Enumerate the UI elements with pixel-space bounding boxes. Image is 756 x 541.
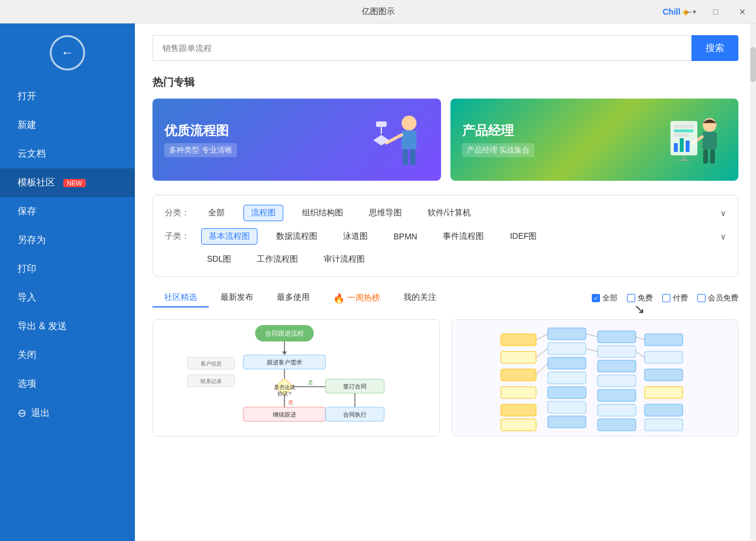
sort-follow[interactable]: 我的关注 [392,289,448,307]
svg-rect-51 [501,404,536,416]
svg-rect-70 [645,387,683,398]
sub-audit[interactable]: 审计流程图 [317,252,372,267]
window-scrollbar[interactable] [750,23,756,541]
svg-rect-11 [703,149,708,164]
category-mindmap[interactable]: 思维导图 [362,205,409,221]
sidebar-item-template[interactable]: 模板社区 NEW [0,168,135,197]
checkbox-free-box [627,294,635,302]
template-grid: 合同跟进流程 跟进客户需求 是否达成 协议? 是 [152,319,738,437]
category-expand[interactable]: ∨ [720,208,726,218]
category-software[interactable]: 软件/计算机 [421,205,478,221]
sidebar-item-label: 退出 [31,407,50,420]
title-bar: 亿图图示 Chill ◆ ▼ ─ □ ✕ [0,0,756,23]
svg-line-74 [536,349,548,357]
category-org[interactable]: 组织结构图 [295,205,350,221]
svg-rect-4 [410,149,415,165]
sidebar-item-import[interactable]: 导入 [0,283,135,312]
svg-line-75 [536,363,548,375]
svg-rect-58 [548,401,586,413]
svg-rect-60 [598,331,636,343]
sub-basic[interactable]: 基本流程图 [201,228,257,245]
category-flowchart[interactable]: 流程图 [243,205,283,221]
sort-hot[interactable]: 🔥 一周热榜 [321,289,392,307]
back-button[interactable]: ← [50,35,85,70]
template-card-1[interactable]: 合同跟进流程 跟进客户需求 是否达成 协议? 是 [152,319,440,437]
sub-bpmn[interactable]: BPMN [387,229,424,244]
sidebar-item-close[interactable]: 关闭 [0,341,135,370]
svg-text:否: 否 [288,400,293,405]
svg-text:是否达成: 是否达成 [274,384,295,390]
svg-text:签订合同: 签订合同 [343,383,367,390]
svg-rect-67 [645,334,683,346]
sidebar-item-label: 云文档 [18,148,46,160]
svg-rect-69 [645,369,683,381]
template-card-2[interactable] [452,319,739,437]
checkbox-member-box [697,294,706,302]
filter-checkboxes: ✓ 全部 免费 付费 会员免费 [592,293,738,303]
svg-rect-52 [501,419,536,431]
sub-idef[interactable]: IDEF图 [503,229,544,244]
banner-product[interactable]: 产品经理 产品经理 实战集合 [450,99,739,181]
sub-sdl[interactable]: SDL图 [200,252,238,267]
svg-rect-65 [598,404,636,416]
svg-rect-1 [401,131,416,150]
sidebar-item-label: 选项 [18,378,36,390]
title-bar-controls: ─ □ ✕ [675,0,756,23]
svg-line-79 [636,351,645,357]
search-button[interactable]: 搜索 [691,35,738,61]
sub-data[interactable]: 数据流程图 [269,229,324,244]
sidebar-item-new[interactable]: 新建 [0,111,135,140]
subcategory-expand[interactable]: ∨ [720,232,726,241]
flame-icon: 🔥 [333,293,345,304]
banner-flowchart[interactable]: 优质流程图 多种类型 专业清晰 [152,99,441,181]
category-row: 分类： 全部 流程图 组织结构图 思维导图 软件/计算机 ∨ [165,205,726,221]
subcategory-row-2: SDL图 工作流程图 审计流程图 [165,252,726,267]
category-all[interactable]: 全部 [201,205,232,221]
svg-rect-16 [686,141,690,152]
svg-rect-47 [501,334,536,346]
sidebar-item-print[interactable]: 打印 [0,255,135,283]
sub-swim[interactable]: 泳道图 [336,229,375,244]
svg-rect-3 [402,149,408,165]
chevron-down-icon: ∨ [720,208,726,218]
sidebar-item-options[interactable]: 选项 [0,370,135,398]
svg-rect-59 [548,416,586,428]
sidebar-item-export[interactable]: 导出 & 发送 [0,312,135,341]
sub-work[interactable]: 工作流程图 [250,252,305,267]
exit-icon: ⊖ [18,407,26,420]
checkbox-paid[interactable]: 付费 [662,293,688,303]
template-card-2-content [452,320,738,436]
svg-rect-71 [645,404,683,416]
check-icon: ✓ [594,295,598,302]
svg-line-78 [636,337,645,340]
main-content: 搜索 热门专辑 优质流程图 多种类型 专业清晰 [135,23,756,541]
sort-latest[interactable]: 最新发布 [209,289,265,307]
sidebar-item-saveas[interactable]: 另存为 [0,226,135,255]
sidebar-item-label: 保存 [18,205,36,218]
sidebar-item-label: 导入 [18,292,36,304]
new-badge: NEW [63,179,86,187]
minimize-button[interactable]: ─ [675,0,702,23]
sidebar-item-open[interactable]: 打开 [0,82,135,111]
svg-point-0 [401,116,416,130]
scrollbar-thumb[interactable] [750,47,756,82]
search-input[interactable] [152,35,691,61]
maximize-button[interactable]: □ [702,0,729,23]
checkbox-all[interactable]: ✓ 全部 [592,293,618,303]
svg-rect-55 [548,357,586,369]
sidebar-item-save[interactable]: 保存 [0,197,135,226]
svg-rect-57 [548,387,586,398]
close-button[interactable]: ✕ [729,0,756,23]
banners: 优质流程图 多种类型 专业清晰 [152,99,738,181]
checkbox-member[interactable]: 会员免费 [697,293,738,303]
chevron-down-icon: ∨ [720,232,726,241]
sort-most[interactable]: 最多使用 [265,289,321,307]
sub-event[interactable]: 事件流程图 [436,229,491,244]
sidebar-item-label: 导出 & 发送 [18,320,67,333]
sort-hot-label: 一周热榜 [347,293,380,303]
sidebar-item-cloud[interactable]: 云文档 [0,140,135,168]
checkbox-all-label: 全部 [602,293,618,303]
svg-line-76 [586,334,598,337]
sidebar-item-logout[interactable]: ⊖ 退出 [0,398,135,428]
sort-community[interactable]: 社区精选 [152,289,209,307]
